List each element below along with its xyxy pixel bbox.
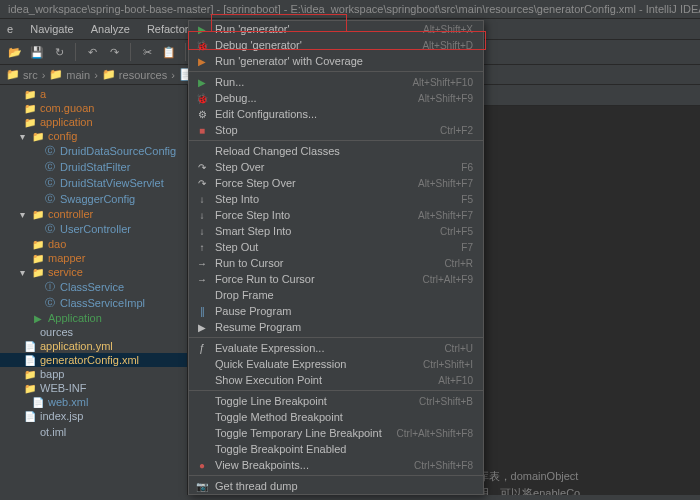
project-tree[interactable]: 📁a📁com.guoan📁application▾📁configⒸDruidDa… [0,85,188,495]
run-menu-item[interactable]: →Force Run to CursorCtrl+Alt+F9 [189,271,483,287]
run-menu-item[interactable]: ↓Force Step IntoAlt+Shift+F7 [189,207,483,223]
run-menu-item[interactable]: ▶Resume Program [189,319,483,335]
tree-item[interactable]: ▾📁service [0,265,187,279]
menu-item[interactable]: Navigate [23,21,80,37]
tree-item-icon: Ⓒ [44,296,56,310]
run-menu-item[interactable]: ↷Force Step OverAlt+Shift+F7 [189,175,483,191]
menu-item-icon: ↓ [195,226,209,237]
tree-item-label: UserController [60,223,131,235]
run-menu-item[interactable]: →Run to CursorCtrl+R [189,255,483,271]
run-menu-item[interactable]: ‖Pause Program [189,303,483,319]
run-menu-item[interactable]: ↷Step OverF6 [189,159,483,175]
menu-item-shortcut: F6 [461,162,473,173]
tree-item[interactable]: ⒸUserController [0,221,187,237]
tree-item-icon: 📄 [24,411,36,422]
menu-item-shortcut: Alt+Shift+F9 [418,93,473,104]
tree-item-label: DruidStatViewServlet [60,177,164,189]
tree-item-icon: 📄 [24,341,36,352]
tree-item-icon: 📁 [32,267,44,278]
tree-item[interactable]: 📄application.yml [0,339,187,353]
tree-item-label: DruidStatFilter [60,161,130,173]
menu-item[interactable]: e [0,21,20,37]
run-menu-item[interactable]: Toggle Method Breakpoint [189,409,483,425]
tree-item[interactable]: ▶Application [0,311,187,325]
run-menu-item[interactable]: Show Execution PointAlt+F10 [189,372,483,388]
menu-item-icon: → [195,274,209,285]
breadcrumb-item[interactable]: 📁 src [6,68,38,81]
tree-item[interactable]: ources [0,325,187,339]
tree-item[interactable]: ⒸDruidStatFilter [0,159,187,175]
tree-item[interactable]: ▾📁config [0,129,187,143]
tree-item-label: dao [48,238,66,250]
tree-item[interactable]: 📄generatorConfig.xml [0,353,187,367]
run-menu-item[interactable]: ƒEvaluate Expression...Ctrl+U [189,340,483,356]
run-menu-item[interactable]: Toggle Line BreakpointCtrl+Shift+B [189,393,483,409]
tree-item[interactable]: 📁com.guoan [0,101,187,115]
save-icon[interactable]: 💾 [28,43,46,61]
run-menu-item[interactable]: Toggle Breakpoint Enabled [189,441,483,457]
menu-item-label: Force Step Over [215,177,412,189]
tree-item[interactable]: 📁application [0,115,187,129]
run-menu-item[interactable]: ●View Breakpoints...Ctrl+Shift+F8 [189,457,483,473]
tree-item-label: service [48,266,83,278]
tree-item-icon: Ⓒ [44,160,56,174]
redo-icon[interactable]: ↷ [105,43,123,61]
tree-item[interactable]: 📄index.jsp [0,409,187,423]
run-menu-item[interactable]: ⚙Edit Configurations... [189,106,483,122]
tree-item[interactable]: 📁bapp [0,367,187,381]
menu-item-label: Step Out [215,241,455,253]
run-menu-item[interactable]: 📷Get thread dump [189,478,483,494]
menu-item-label: Evaluate Expression... [215,342,438,354]
run-menu-item[interactable]: Quick Evaluate ExpressionCtrl+Shift+I [189,356,483,372]
run-menu-item[interactable]: ▶Run 'generator'Alt+Shift+X [189,21,483,37]
run-menu-item[interactable]: Toggle Temporary Line BreakpointCtrl+Alt… [189,425,483,441]
run-menu-item[interactable]: ↓Step IntoF5 [189,191,483,207]
tree-item-label: WEB-INF [40,382,86,394]
tree-item[interactable]: 📁WEB-INF [0,381,187,395]
menu-item-label: Debug 'generator' [215,39,416,51]
menu-item-label: Run... [215,76,406,88]
run-menu-item[interactable]: ▶Run 'generator' with Coverage [189,53,483,69]
run-menu-item[interactable]: 🐞Debug...Alt+Shift+F9 [189,90,483,106]
menu-item[interactable]: Analyze [84,21,137,37]
tree-item-label: a [40,88,46,100]
menu-item-label: Force Run to Cursor [215,273,416,285]
tree-item-label: ClassService [60,281,124,293]
menu-item-label: Step Into [215,193,455,205]
cut-icon[interactable]: ✂ [138,43,156,61]
tree-item-icon: Ⓒ [44,192,56,206]
run-menu-item[interactable]: Drop Frame [189,287,483,303]
run-menu-item[interactable]: ▶Run...Alt+Shift+F10 [189,74,483,90]
menu-item-icon: ↷ [195,162,209,173]
tree-item[interactable]: ⒸClassServiceImpl [0,295,187,311]
copy-icon[interactable]: 📋 [160,43,178,61]
tree-item[interactable]: ⒸDruidStatViewServlet [0,175,187,191]
run-menu-item[interactable]: ↓Smart Step IntoCtrl+F5 [189,223,483,239]
refresh-icon[interactable]: ↻ [50,43,68,61]
tree-item-label: generatorConfig.xml [40,354,139,366]
undo-icon[interactable]: ↶ [83,43,101,61]
run-menu-item[interactable]: ■StopCtrl+F2 [189,122,483,138]
tree-item-icon: 📄 [24,355,36,366]
tree-item[interactable]: ⒸSwaggerConfig [0,191,187,207]
tree-item-label: web.xml [48,396,88,408]
menu-item-icon: ▶ [195,322,209,333]
tree-item[interactable]: 📄web.xml [0,395,187,409]
tree-item[interactable]: 📁a [0,87,187,101]
tree-item[interactable]: ▾📁controller [0,207,187,221]
tree-item[interactable]: 📁dao [0,237,187,251]
breadcrumb-item[interactable]: 📁 main [49,68,90,81]
breadcrumb-item[interactable]: 📁 resources [102,68,167,81]
tree-item-icon: 📁 [32,209,44,220]
tree-item[interactable]: ⒾClassService [0,279,187,295]
run-menu-item[interactable]: ↑Step OutF7 [189,239,483,255]
tree-item[interactable]: ot.iml [0,425,187,439]
open-icon[interactable]: 📂 [6,43,24,61]
tree-item[interactable]: 📁mapper [0,251,187,265]
run-menu-item[interactable]: 🐞Debug 'generator'Alt+Shift+D [189,37,483,53]
menu-item-label: Run 'generator' [215,23,417,35]
tree-item-icon: 📄 [32,397,44,408]
run-menu-item[interactable]: Reload Changed Classes [189,143,483,159]
menu-item-icon: ■ [195,125,209,136]
tree-item[interactable]: ⒸDruidDataSourceConfig [0,143,187,159]
